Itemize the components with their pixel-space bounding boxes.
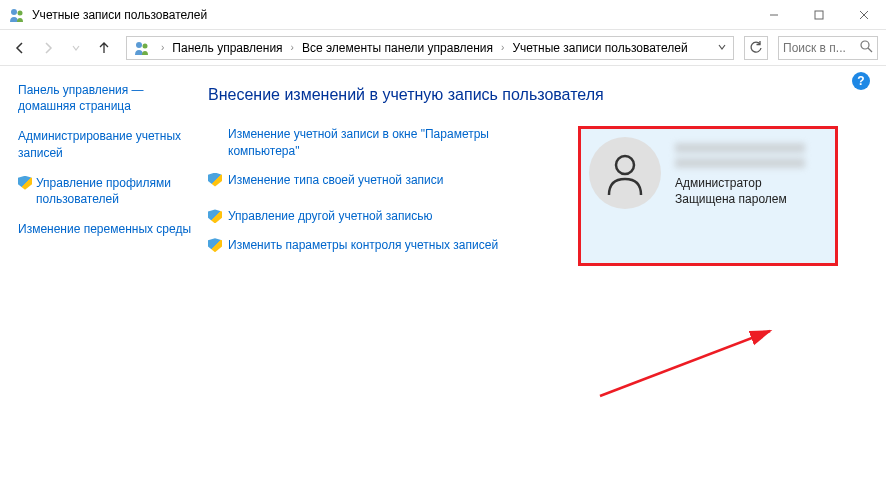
action-label: Управление другой учетной записью bbox=[228, 208, 432, 225]
account-info: Администратор Защищена паролем bbox=[675, 137, 805, 207]
app-icon bbox=[8, 6, 26, 24]
svg-point-6 bbox=[136, 42, 142, 48]
window-title: Учетные записи пользователей bbox=[32, 8, 751, 22]
sidebar-item-admin-accounts[interactable]: Администрирование учетных записей bbox=[18, 128, 192, 160]
navbar: › Панель управления › Все элементы панел… bbox=[0, 30, 886, 66]
action-manage-other-account[interactable]: Управление другой учетной записью bbox=[208, 208, 538, 225]
address-dropdown[interactable] bbox=[713, 41, 731, 55]
action-change-uac[interactable]: Изменить параметры контроля учетных запи… bbox=[208, 237, 538, 254]
svg-point-0 bbox=[11, 9, 17, 15]
avatar bbox=[589, 137, 661, 209]
annotation-arrow bbox=[590, 326, 790, 406]
breadcrumb-item[interactable]: Панель управления bbox=[170, 41, 284, 55]
window-controls bbox=[751, 0, 886, 29]
maximize-button[interactable] bbox=[796, 0, 841, 29]
svg-point-10 bbox=[616, 156, 634, 174]
search-box[interactable] bbox=[778, 36, 878, 60]
forward-button[interactable] bbox=[36, 36, 60, 60]
sidebar-item-manage-profiles[interactable]: Управление профилями пользователей bbox=[18, 175, 192, 207]
action-change-account-settings[interactable]: Изменение учетной записи в окне "Парамет… bbox=[208, 126, 538, 160]
minimize-button[interactable] bbox=[751, 0, 796, 29]
svg-rect-3 bbox=[815, 11, 823, 19]
breadcrumb-item[interactable]: Учетные записи пользователей bbox=[510, 41, 689, 55]
main-panel: Внесение изменений в учетную запись поль… bbox=[200, 66, 886, 502]
back-button[interactable] bbox=[8, 36, 32, 60]
sidebar-item-env-vars[interactable]: Изменение переменных среды bbox=[18, 221, 192, 237]
breadcrumb-icon bbox=[133, 39, 151, 57]
refresh-button[interactable] bbox=[744, 36, 768, 60]
account-card[interactable]: Администратор Защищена паролем bbox=[578, 126, 838, 266]
account-name-blurred bbox=[675, 143, 805, 171]
svg-point-7 bbox=[143, 43, 148, 48]
shield-icon-placeholder bbox=[208, 127, 222, 141]
action-label: Изменить параметры контроля учетных запи… bbox=[228, 237, 498, 254]
page-title: Внесение изменений в учетную запись поль… bbox=[208, 86, 862, 104]
shield-icon bbox=[208, 173, 222, 187]
content: ? Панель управления — домашняя страница … bbox=[0, 66, 886, 502]
account-role: Администратор bbox=[675, 175, 805, 191]
shield-icon bbox=[208, 209, 222, 223]
shield-icon bbox=[208, 238, 222, 252]
sidebar-item-home[interactable]: Панель управления — домашняя страница bbox=[18, 82, 192, 114]
sidebar: Панель управления — домашняя страница Ад… bbox=[0, 66, 200, 502]
search-icon[interactable] bbox=[860, 39, 873, 57]
action-label: Изменение типа своей учетной записи bbox=[228, 172, 443, 189]
svg-point-8 bbox=[861, 41, 869, 49]
action-label: Изменение учетной записи в окне "Парамет… bbox=[228, 126, 538, 160]
account-status: Защищена паролем bbox=[675, 191, 805, 207]
svg-point-1 bbox=[18, 10, 23, 15]
actions-column: Изменение учетной записи в окне "Парамет… bbox=[208, 126, 538, 266]
titlebar: Учетные записи пользователей bbox=[0, 0, 886, 30]
up-button[interactable] bbox=[92, 36, 116, 60]
action-change-account-type[interactable]: Изменение типа своей учетной записи bbox=[208, 172, 538, 189]
svg-line-9 bbox=[868, 48, 872, 52]
breadcrumb[interactable]: › Панель управления › Все элементы панел… bbox=[126, 36, 734, 60]
chevron-right-icon[interactable]: › bbox=[495, 42, 510, 53]
close-button[interactable] bbox=[841, 0, 886, 29]
chevron-right-icon[interactable]: › bbox=[155, 42, 170, 53]
breadcrumb-item[interactable]: Все элементы панели управления bbox=[300, 41, 495, 55]
search-input[interactable] bbox=[783, 41, 860, 55]
svg-line-11 bbox=[600, 331, 770, 396]
chevron-right-icon[interactable]: › bbox=[285, 42, 300, 53]
recent-dropdown[interactable] bbox=[64, 36, 88, 60]
